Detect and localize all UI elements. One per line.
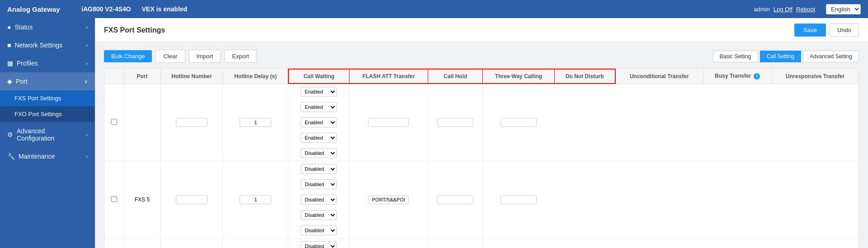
top-header: Analog Gateway iAG800 V2-4S4O VEX is ena… [0,0,868,18]
chevron-right-icon: › [86,61,88,66]
table-body: EnabledDisabledEnabledDisabledEnabledDis… [104,84,859,248]
cell-unconditional-transfer [349,84,428,161]
sidebar-item-advanced[interactable]: ⚙ Advanced Configuration › [0,122,95,147]
dnd-select[interactable]: EnabledDisabled [301,225,337,235]
cell-port [124,84,160,161]
page-header: FXS Port Settings Save Undo [95,18,868,42]
col-hotline-delay: Hotline Delay (s) [223,69,288,84]
cell-busy-transfer [428,239,483,248]
hotline-number-input[interactable] [176,118,208,127]
sidebar-item-maintenance[interactable]: 🔧 Maintenance › [0,147,95,165]
col-flash-att: FLASH ATT Transfer [349,69,428,84]
sidebar-sub-item-fxo[interactable]: FXO Port Settings [0,106,95,122]
unresponsive-transfer-input[interactable] [500,118,537,127]
unconditional-transfer-input[interactable] [368,118,409,127]
cell-unresponsive-transfer [483,239,554,248]
cell-three-way-select: EnabledDisabled [288,130,349,145]
cell-call-hold-select: EnabledDisabled [288,115,349,130]
call-waiting-select[interactable]: EnabledDisabled [301,87,337,97]
admin-label: admin [754,6,769,13]
col-checkbox [104,69,124,84]
status-icon: ● [7,23,11,31]
three-way-select[interactable]: EnabledDisabled [301,133,337,143]
brand-label: Analog Gateway [7,5,71,13]
hotline-number-input[interactable] [176,195,208,204]
sidebar-item-status[interactable]: ● Status › [0,18,95,36]
call-hold-select[interactable]: EnabledDisabled [301,195,337,205]
col-unresponsive: Unresponsive Transfer [772,69,859,84]
cell-call-hold-select: EnabledDisabled [288,192,349,207]
page-title: FXS Port Settings [104,26,794,34]
busy-info-icon: i [754,73,760,80]
col-hotline-number: Hotline Number [160,69,223,84]
cell-flash-att-select: EnabledDisabled [288,177,349,192]
cell-unconditional-transfer [349,161,428,239]
col-port: Port [124,69,160,84]
sidebar-item-port[interactable]: ◆ Port ∨ [0,72,95,90]
busy-transfer-input[interactable] [437,118,473,127]
tab-basic-setting[interactable]: Basic Setting [713,51,758,62]
import-button[interactable]: Import [189,50,221,63]
fxo-port-label: FXO Port Settings [14,111,62,117]
sidebar-item-label: Port [16,78,28,85]
device-label: iAG800 V2-4S4O [81,5,131,13]
page-actions: Save Undo [794,23,859,37]
layout: ● Status › ■ Network Settings › ▦ Profil… [0,18,868,248]
cell-hotline-delay [223,84,288,161]
cell-hotline-number [160,161,223,239]
unresponsive-transfer-input[interactable] [500,195,537,204]
sidebar-item-label: Advanced Configuration [17,127,82,142]
chevron-right-icon: › [86,24,88,30]
language-select[interactable]: English [826,4,861,14]
sidebar-item-label: Status [14,23,33,31]
call-waiting-select[interactable]: EnabledDisabled [301,241,337,248]
table-header-row: Port Hotline Number Hotline Delay (s) Ca… [104,69,859,84]
cell-flash-att-select: EnabledDisabled [288,99,349,115]
logoff-link[interactable]: Log Off [774,6,793,13]
admin-links: admin Log Off Reboot [754,6,815,13]
dnd-select[interactable]: EnabledDisabled [301,148,337,158]
sidebar-item-label: Network Settings [14,42,62,49]
sidebar-item-network[interactable]: ■ Network Settings › [0,36,95,54]
cell-three-way-select: EnabledDisabled [288,207,349,223]
call-hold-select[interactable]: EnabledDisabled [301,117,337,127]
row-checkbox[interactable] [111,119,117,125]
toolbar: Bulk Change Clear Import Export Basic Se… [104,50,859,63]
flash-att-select[interactable]: EnabledDisabled [301,179,337,189]
row-checkbox[interactable] [111,196,117,202]
sidebar-item-profiles[interactable]: ▦ Profiles › [0,54,95,72]
three-way-select[interactable]: EnabledDisabled [301,210,337,220]
hotline-delay-input[interactable] [240,195,271,204]
cell-unresponsive-transfer [483,161,554,239]
busy-transfer-input[interactable] [437,195,473,204]
cell-hotline-delay [223,239,288,248]
reboot-link[interactable]: Reboot [796,6,815,13]
col-call-hold: Call Hold [428,69,483,84]
flash-att-select[interactable]: EnabledDisabled [301,102,337,112]
unconditional-transfer-input[interactable] [368,195,409,204]
clear-button[interactable]: Clear [156,50,185,63]
tab-advanced-setting[interactable]: Advanced Setting [803,51,859,62]
sidebar-sub-item-fxs[interactable]: FXS Port Settings [0,90,95,106]
col-three-way: Three-Way Calling [483,69,554,84]
hotline-delay-input[interactable] [240,118,271,127]
network-icon: ■ [7,42,11,49]
chevron-right-icon: › [86,154,88,159]
col-dnd: Do Not Disturb [554,69,615,84]
cell-unconditional-transfer [349,239,428,248]
cell-call-waiting-select: EnabledDisabled [288,84,349,99]
chevron-right-icon: › [86,42,88,48]
main-content: FXS Port Settings Save Undo Bulk Change … [95,18,868,248]
content-area: Bulk Change Clear Import Export Basic Se… [95,42,868,248]
save-button[interactable]: Save [794,23,826,37]
cell-call-waiting-select: EnabledDisabled [288,161,349,177]
cell-call-waiting-select: EnabledDisabled [288,239,349,248]
profiles-icon: ▦ [7,60,13,67]
port-icon: ◆ [7,78,12,85]
tab-call-setting[interactable]: Call Setting [760,51,801,62]
cell-port: FXS 5 [124,161,160,239]
call-waiting-select[interactable]: EnabledDisabled [301,164,337,174]
export-button[interactable]: Export [224,50,257,63]
bulk-change-button[interactable]: Bulk Change [104,50,152,62]
undo-button[interactable]: Undo [830,23,859,37]
